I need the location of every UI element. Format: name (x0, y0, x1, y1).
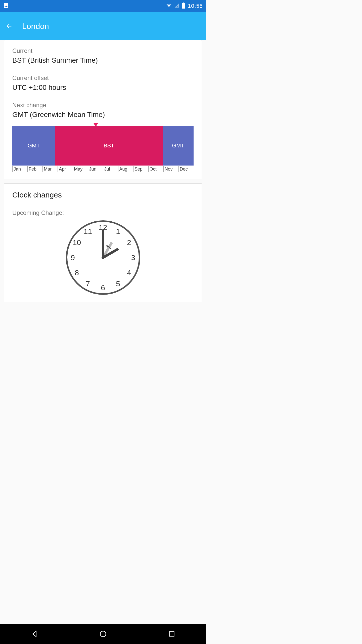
clock-number: 3 (131, 253, 135, 262)
next-change-value: GMT (Greenwich Mean Time) (12, 111, 194, 119)
clock-number: 6 (101, 284, 105, 292)
clock-number: 4 (127, 268, 131, 277)
image-icon (3, 3, 9, 10)
clock-number: 7 (86, 279, 90, 288)
timezone-bar: GMTBSTGMT (12, 126, 194, 166)
clock-center (102, 256, 105, 259)
current-date-marker-icon (93, 123, 98, 127)
tz-segment-gmt: GMT (163, 126, 194, 166)
clock-number: 8 (75, 268, 79, 277)
clock-number: 11 (84, 227, 92, 236)
month-label: Apr (58, 166, 73, 172)
tz-segment-gmt: GMT (12, 126, 55, 166)
timezone-card: Current BST (British Summer Time) Curren… (4, 40, 202, 179)
clock-number: 9 (71, 253, 75, 262)
month-label: Jan (12, 166, 27, 172)
clock-changes-title: Clock changes (12, 191, 194, 199)
month-label: Sep (133, 166, 148, 172)
page-title: London (22, 22, 49, 31)
clock-number: 1 (116, 227, 120, 236)
statusbar: 10:55 (0, 0, 206, 12)
timezone-chart: GMTBSTGMT JanFebMarAprMayJunJulAugSepOct… (12, 126, 194, 172)
next-change-label: Next change (12, 102, 194, 109)
clock-number: 10 (73, 238, 81, 247)
appbar: London (0, 12, 206, 40)
month-label: Jun (88, 166, 103, 172)
clock-number: 2 (127, 238, 131, 247)
wifi-icon (166, 3, 172, 9)
upcoming-change-label: Upcoming Change: (12, 209, 194, 216)
month-label: Mar (42, 166, 58, 172)
arrow-back-icon (6, 23, 13, 30)
month-label: May (73, 166, 88, 172)
month-label: Feb (27, 166, 42, 172)
no-sim-icon (174, 3, 179, 9)
svg-marker-1 (106, 245, 109, 248)
month-label: Dec (178, 166, 194, 172)
offset-value: UTC +1:00 hours (12, 84, 194, 92)
clock-illustration: 121234567891011 (12, 220, 194, 295)
statusbar-time: 10:55 (188, 3, 203, 9)
tz-segment-bst: BST (55, 126, 163, 166)
battery-icon (182, 3, 185, 10)
offset-label: Current offset (12, 74, 194, 82)
month-label: Oct (148, 166, 163, 172)
month-label: Aug (118, 166, 133, 172)
current-label: Current (12, 47, 194, 54)
analog-clock-icon: 121234567891011 (66, 220, 140, 295)
month-label: Nov (163, 166, 178, 172)
current-value: BST (British Summer Time) (12, 56, 194, 64)
back-button[interactable] (4, 21, 14, 31)
clock-changes-card: Clock changes Upcoming Change: 121234567… (4, 183, 202, 302)
clock-number: 5 (116, 279, 120, 288)
month-label: Jul (103, 166, 118, 172)
clock-number: 12 (99, 223, 107, 232)
content: Current BST (British Summer Time) Curren… (0, 40, 206, 342)
month-axis: JanFebMarAprMayJunJulAugSepOctNovDec (12, 166, 194, 172)
